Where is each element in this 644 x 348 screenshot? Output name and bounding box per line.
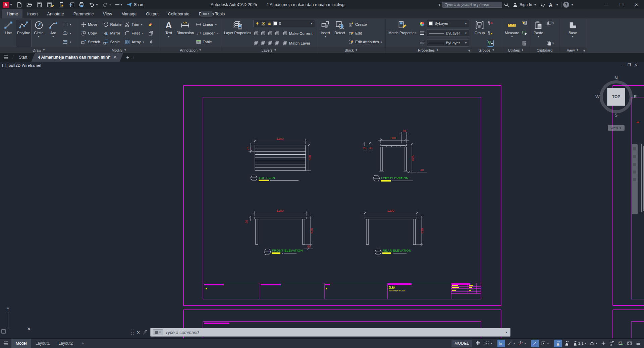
rotate-button[interactable]: Rotate <box>102 20 122 29</box>
panel-label-properties[interactable]: Properties▼◥ <box>386 47 471 53</box>
copy-button[interactable]: Copy <box>80 29 101 38</box>
orbit-tool-icon[interactable] <box>633 163 636 166</box>
group-edit-button[interactable] <box>487 30 493 36</box>
restore-button[interactable]: ❐ <box>614 0 629 9</box>
sign-in-label[interactable]: Sign In <box>520 2 532 7</box>
group-button[interactable]: Group <box>473 19 486 47</box>
save-button[interactable] <box>36 1 43 9</box>
layer-properties-button[interactable]: Layer Properties <box>223 19 252 47</box>
new-layout-button[interactable]: ＋ <box>77 340 89 346</box>
chevron-down-icon[interactable]: ▼ <box>310 22 313 25</box>
file-tabs-menu-button[interactable] <box>0 53 11 62</box>
app-store-button[interactable] <box>538 0 547 9</box>
layer-thaw-icon[interactable] <box>267 41 273 46</box>
open-button[interactable] <box>25 1 33 9</box>
chevron-down-icon[interactable]: ▼ <box>554 0 560 9</box>
tab-collaborate[interactable]: Collaborate <box>163 9 194 18</box>
move-button[interactable]: Move <box>80 20 101 29</box>
lineweight-combo[interactable]: ByLayer▼ <box>427 29 469 37</box>
linetype-icon[interactable] <box>419 40 425 45</box>
drawing-canvas[interactable]: 1200 75 600 TOP PLAN 600 <box>0 62 644 338</box>
match-properties-button[interactable]: Match Properties <box>387 19 417 47</box>
explode-button[interactable] <box>147 29 154 38</box>
undo-button[interactable]: ▼ <box>88 1 99 9</box>
line-button[interactable]: Line <box>2 19 15 47</box>
open-from-web-mobile-button[interactable] <box>58 1 65 9</box>
zoom-tool-icon[interactable] <box>633 155 636 158</box>
chevron-down-icon[interactable]: ▼ <box>532 0 538 9</box>
pan-tool-icon[interactable] <box>633 147 636 150</box>
autoscale-toggle[interactable] <box>563 340 571 347</box>
viewcube[interactable]: N W E S TOP <box>597 77 636 116</box>
share-button[interactable]: Share <box>126 1 145 8</box>
object-color-combo[interactable]: ByLayer▼ <box>427 20 469 27</box>
tab-manage[interactable]: Manage <box>117 9 141 18</box>
text-button[interactable]: AText▼ <box>162 19 175 47</box>
panel-label-block[interactable]: Block▼ <box>317 47 385 53</box>
panel-label-utilities[interactable]: Utilities▼ <box>502 47 530 53</box>
object-snap-tracking-toggle[interactable] <box>531 340 539 347</box>
plot-button[interactable] <box>78 1 86 9</box>
doc-close-button[interactable]: ✕ <box>634 63 637 67</box>
tab-output[interactable]: Output <box>141 9 163 18</box>
workspace-switching-button[interactable]: ▼ <box>589 340 599 347</box>
tab-insert[interactable]: Insert <box>22 9 42 18</box>
array-button[interactable]: Array▼ <box>123 38 145 46</box>
linear-button[interactable]: Linear▼ <box>195 20 219 29</box>
redo-button[interactable]: ▼ <box>101 1 112 9</box>
close-button[interactable]: ✕ <box>629 0 644 9</box>
command-input-bar[interactable]: ▼ ▲ <box>150 328 511 337</box>
save-to-web-mobile-button[interactable] <box>68 1 75 9</box>
ribbon-display-options-button[interactable]: ▼ <box>201 11 212 17</box>
ortho-toggle[interactable] <box>497 340 505 347</box>
layer-combo[interactable]: 0 ▼ <box>253 20 315 27</box>
layer-freeze-icon[interactable] <box>267 31 273 36</box>
isolate-objects-button[interactable] <box>608 340 616 347</box>
tab-layout2[interactable]: Layout2 <box>54 339 77 348</box>
command-close-icon[interactable]: ✕ <box>137 330 140 335</box>
polar-tracking-toggle[interactable]: ▼ <box>506 340 516 347</box>
snap-toggle[interactable]: ▼ <box>483 340 493 347</box>
command-customize-wrench-icon[interactable] <box>143 330 148 335</box>
help-icon[interactable]: ? <box>563 2 569 8</box>
dimension-button[interactable]: Dimension <box>176 19 194 47</box>
fillet-button[interactable]: Fillet▼ <box>123 29 145 38</box>
erase-button[interactable] <box>147 20 154 29</box>
layer-unlock-icon[interactable] <box>267 21 272 26</box>
circle-button[interactable]: Circle▼ <box>32 19 46 47</box>
new-tab-button[interactable]: ＋ <box>123 53 132 62</box>
panel-label-annotation[interactable]: Annotation▼ <box>160 47 221 53</box>
edit-block-button[interactable]: Edit <box>347 29 384 38</box>
stretch-button[interactable]: Stretch <box>80 38 101 46</box>
close-tab-icon[interactable]: ✕ <box>113 55 117 60</box>
object-snap-toggle[interactable]: ▼ <box>540 340 550 347</box>
steering-wheel-icon[interactable] <box>633 170 636 173</box>
annotation-scale-button[interactable]: 1:1▼ <box>572 340 588 347</box>
account-button[interactable] <box>511 0 520 9</box>
annotation-monitor-button[interactable] <box>600 340 607 347</box>
color-wheel-icon[interactable] <box>419 21 425 27</box>
insert-block-button[interactable]: Insert▼ <box>319 19 332 47</box>
dialog-launcher-icon[interactable]: ◥ <box>468 49 470 52</box>
save-as-button[interactable] <box>46 1 55 9</box>
ellipse-button[interactable]: ▼ <box>61 29 73 38</box>
panel-label-layers[interactable]: Layers▼ <box>221 47 317 53</box>
lineweight-icon[interactable] <box>419 30 425 36</box>
customize-qat-button[interactable]: ▼ <box>115 3 123 7</box>
measure-button[interactable]: Measure▼ <box>504 19 520 47</box>
viewcube-south[interactable]: S <box>614 113 618 118</box>
tab-home[interactable]: Home <box>2 9 22 18</box>
quick-select-button[interactable] <box>521 20 527 26</box>
copy-clip-button[interactable]: ▼ <box>546 40 555 46</box>
tab-annotate[interactable]: Annotate <box>43 9 69 18</box>
match-layer-button[interactable]: Match Layer <box>281 40 311 47</box>
detect-button[interactable]: Detect <box>333 19 346 47</box>
linetype-combo[interactable]: ByLayer▼ <box>427 39 469 47</box>
create-block-button[interactable]: Create <box>347 20 384 29</box>
tab-start[interactable]: Start <box>15 53 31 62</box>
layer-unlock-all-icon[interactable] <box>274 41 280 46</box>
group-selection-toggle[interactable] <box>487 40 493 46</box>
quick-calc-button[interactable] <box>521 30 527 36</box>
base-button[interactable]: Base▼ <box>566 19 580 47</box>
layer-off-icon[interactable] <box>253 31 259 36</box>
